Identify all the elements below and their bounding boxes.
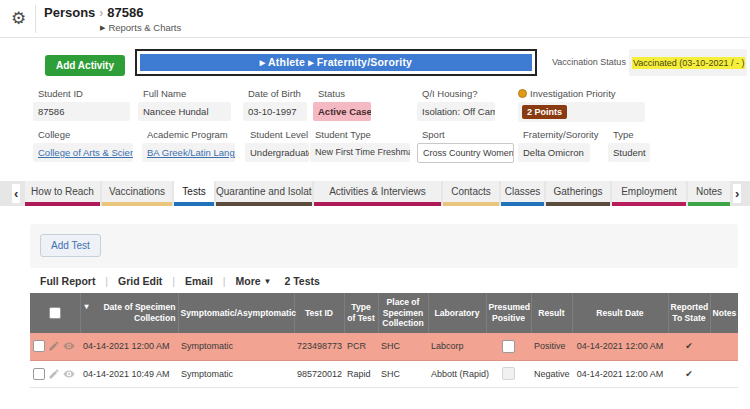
tab-quarantine-and-isolation[interactable]: Quarantine and Isolation — [216, 181, 312, 206]
edit-pencil-icon[interactable] — [48, 368, 60, 380]
reported-check-icon: ✔ — [668, 360, 710, 387]
cell-place: SHC — [378, 360, 428, 387]
cell-test-id: 723498773 — [294, 333, 344, 360]
full-report-button[interactable]: Full Report — [40, 275, 95, 287]
header-result-date[interactable]: Result Date — [572, 293, 668, 333]
breadcrumb-section[interactable]: Persons — [44, 5, 95, 20]
tab-accent — [102, 202, 172, 206]
fraternity-sorority-label: Fraternity/Sorority — [518, 129, 590, 140]
table-row[interactable]: 04-14-2021 12:00 AM Symptomatic 72349877… — [30, 333, 738, 360]
banner-text: ▸ Athlete ▸ Fraternity/Sorority — [140, 54, 532, 71]
tabs-scroll-left-icon[interactable]: ‹ — [12, 184, 20, 203]
tab-notes[interactable]: Notes — [688, 181, 730, 206]
header-presumed-positive[interactable]: Presumed Positive — [486, 293, 531, 333]
field-status: Status Active Case — [313, 88, 371, 121]
college-field: College of Arts & Sciences — [33, 143, 133, 162]
header-result[interactable]: Result — [531, 293, 572, 333]
status-badge: Active Case — [313, 102, 371, 121]
add-test-button[interactable]: Add Test — [40, 234, 101, 257]
breadcrumb-separator-icon: › — [99, 6, 103, 20]
page: ⚙ Persons›87586 ▶Reports & Charts Add Ac… — [0, 0, 750, 409]
tab-accent — [612, 202, 686, 206]
view-eye-icon[interactable] — [63, 368, 75, 380]
field-fraternity-sorority: Fraternity/Sorority Delta Omicron — [518, 129, 590, 162]
cell-result: Negative — [531, 360, 572, 387]
presumed-positive-checkbox[interactable] — [502, 340, 515, 353]
header-divider — [35, 5, 36, 33]
reports-charts-link[interactable]: ▶Reports & Charts — [100, 22, 181, 33]
edit-pencil-icon[interactable] — [48, 340, 60, 352]
cell-result-date: 04-14-2021 12:00 AM — [572, 360, 668, 387]
tab-accent — [443, 202, 499, 206]
header-type-of-test[interactable]: Type of Test — [344, 293, 378, 333]
cell-date: 04-14-2021 10:49 AM — [80, 360, 178, 387]
tab-tests[interactable]: Tests — [174, 181, 214, 206]
student-level-value: Undergraduate — [245, 143, 309, 162]
tabs-scroll-right-icon[interactable]: › — [733, 184, 741, 203]
header-reported-to-state[interactable]: Reported To State — [668, 293, 710, 333]
tab-contacts[interactable]: Contacts — [443, 181, 499, 206]
presumed-positive-checkbox[interactable] — [502, 367, 515, 380]
tab-gatherings[interactable]: Gatherings — [546, 181, 610, 206]
header-notes[interactable]: Notes — [710, 293, 738, 333]
tab-vaccinations[interactable]: Vaccinations — [102, 181, 172, 206]
fraternity-sorority-value: Delta Omicron — [518, 143, 590, 162]
field-sport: Sport Cross Country Women's — [417, 129, 514, 163]
cell-type: PCR — [344, 333, 378, 360]
tab-classes[interactable]: Classes — [501, 181, 544, 206]
academic-program-link[interactable]: BA Greek/Latin Lang & Lit — [147, 147, 235, 158]
tab-employment[interactable]: Employment — [612, 181, 686, 206]
header-date-of-specimen-collection[interactable]: ▾Date of Specimen Collection — [80, 293, 178, 333]
header-laboratory[interactable]: Laboratory — [428, 293, 486, 333]
cell-test-id: 985720012 — [294, 360, 344, 387]
priority-coin-icon — [518, 89, 527, 98]
cell-notes — [710, 360, 738, 387]
grid-edit-button[interactable]: Grid Edit — [118, 275, 162, 287]
tab-accent — [216, 202, 312, 206]
investigation-priority-label: Investigation Priority — [518, 88, 645, 99]
row-checkbox[interactable] — [33, 368, 45, 380]
date-of-birth-label: Date of Birth — [243, 88, 307, 99]
cell-result-date: 04-14-2021 12:00 AM — [572, 333, 668, 360]
tab-accent — [546, 202, 610, 206]
field-qi-housing: Q/I Housing? Isolation: Off Campus — [417, 88, 495, 121]
cell-symptomatic: Symptomatic — [178, 333, 294, 360]
cell-notes — [710, 333, 738, 360]
tab-how-to-reach[interactable]: How to Reach — [25, 181, 100, 206]
add-activity-button[interactable]: Add Activity — [45, 55, 125, 76]
more-menu-button[interactable]: More▼ — [236, 275, 272, 287]
triangle-icon: ▶ — [100, 24, 105, 31]
field-academic-program: Academic Program BA Greek/Latin Lang & L… — [142, 129, 235, 162]
gear-icon[interactable]: ⚙ — [11, 8, 26, 29]
email-button[interactable]: Email — [185, 275, 213, 287]
academic-program-field: BA Greek/Latin Lang & Lit — [142, 143, 235, 162]
college-link[interactable]: College of Arts & Sciences — [38, 147, 133, 158]
breadcrumb-record-id: 87586 — [107, 5, 143, 20]
row-checkbox[interactable] — [33, 340, 45, 352]
qi-housing-label: Q/I Housing? — [417, 88, 495, 99]
grid-toolbar: Full Report | Grid Edit | Email | More▼ … — [40, 275, 320, 287]
header-select-cell — [30, 293, 80, 333]
header-symptomatic[interactable]: Symptomatic/Asymptomatic — [178, 293, 294, 333]
vaccination-status-field: Vaccinated (03-10-2021 / - ) — [629, 49, 747, 76]
header-test-id[interactable]: Test ID — [294, 293, 344, 333]
status-label: Status — [313, 88, 371, 99]
reports-charts-label: Reports & Charts — [108, 22, 181, 33]
sort-caret-icon[interactable]: ▾ — [85, 302, 89, 312]
tab-activities-interviews[interactable]: Activities & Interviews — [314, 181, 441, 206]
header-place-of-specimen-collection[interactable]: Place of Specimen Collection — [378, 293, 428, 333]
table-row[interactable]: 04-14-2021 10:49 AM Symptomatic 98572001… — [30, 360, 738, 387]
tests-action-panel: Add Test — [30, 224, 738, 268]
qi-housing-value: Isolation: Off Campus — [417, 102, 495, 121]
student-level-label: Student Level — [245, 129, 309, 140]
student-id-value: 87586 — [33, 102, 130, 121]
type-label: Type — [608, 129, 650, 140]
investigation-priority-field: 2 Points — [518, 102, 645, 122]
athlete-fraternity-banner[interactable]: ▸ Athlete ▸ Fraternity/Sorority — [135, 49, 537, 76]
select-all-checkbox[interactable] — [49, 307, 61, 319]
field-college: College College of Arts & Sciences — [33, 129, 133, 162]
sport-input[interactable]: Cross Country Women's — [417, 143, 514, 163]
view-eye-icon[interactable] — [63, 340, 75, 352]
priority-points-badge: 2 Points — [522, 105, 567, 119]
cell-date: 04-14-2021 12:00 AM — [80, 333, 178, 360]
